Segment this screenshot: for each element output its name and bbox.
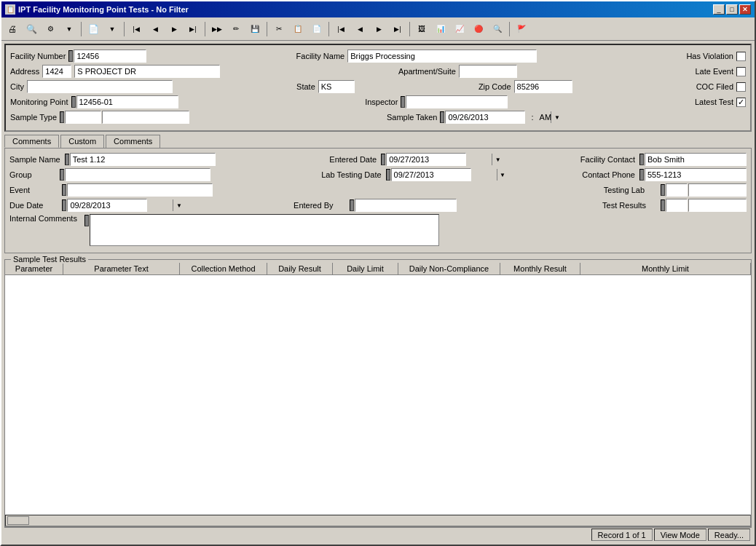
facility-number-input[interactable]	[74, 50, 146, 63]
entered-by-input[interactable]	[355, 199, 457, 212]
due-date-dropdown[interactable]: ▼	[67, 199, 147, 212]
tab-comments2[interactable]: Comments	[106, 135, 160, 148]
record-status: Record 1 of 1	[591, 529, 653, 541]
monitoring-point-marker	[71, 96, 76, 108]
late-event-checkbox[interactable]	[736, 67, 746, 76]
monitoring-point-label: Monitoring Point	[10, 98, 68, 106]
toolbar-chart[interactable]: 📊	[432, 21, 449, 37]
latest-test-checkbox[interactable]: ✓	[736, 98, 746, 107]
sample-name-field	[65, 153, 216, 166]
testing-lab-label: Testing Lab	[604, 186, 645, 194]
entered-date-dropdown[interactable]: ▼	[386, 153, 466, 166]
toolbar-find[interactable]: 🔍	[23, 21, 40, 37]
main-window: 📋 IPT Facility Monitoring Point Tests - …	[0, 0, 756, 546]
toolbar-flag[interactable]: 🚩	[513, 21, 530, 37]
toolbar-save[interactable]: 💾	[246, 21, 264, 37]
sample-name-input[interactable]	[70, 153, 216, 166]
toolbar-search[interactable]: ⚙	[42, 21, 59, 37]
lab-testing-date-arrow[interactable]: ▼	[497, 169, 508, 181]
toolbar-doc-down[interactable]: ▼	[103, 21, 121, 37]
test-results-input2[interactable]	[688, 199, 747, 212]
inspector-input[interactable]	[406, 95, 508, 108]
toolbar-alert[interactable]: 🔴	[470, 21, 487, 37]
internal-comments-textarea[interactable]	[90, 214, 439, 246]
testing-lab-input2[interactable]	[688, 183, 747, 197]
toolbar-next2[interactable]: ▶▶	[208, 21, 226, 37]
apt-suite-input[interactable]	[459, 65, 517, 78]
content-area: Facility Number Facility Name Has Violat…	[1, 41, 755, 545]
toolbar-prev[interactable]: ◀	[146, 21, 164, 37]
sample-type-input[interactable]	[65, 111, 101, 124]
address-street-input[interactable]	[74, 65, 220, 78]
toolbar-fwd2[interactable]: ▶|	[389, 21, 406, 37]
toolbar-copy[interactable]: 📋	[289, 21, 307, 37]
address-number-input[interactable]	[42, 65, 71, 78]
group-input[interactable]	[65, 168, 210, 181]
city-input[interactable]	[27, 80, 173, 93]
toolbar-zoom[interactable]: 🔍	[489, 21, 506, 37]
toolbar-filter-btn[interactable]: ▼	[60, 21, 78, 37]
time-colon: :	[528, 113, 536, 122]
form-row-4: Monitoring Point Inspector Latest Test ✓	[10, 95, 746, 108]
tab-custom[interactable]: Custom	[60, 135, 104, 148]
toolbar-back[interactable]: |◀	[332, 21, 350, 37]
tab-row-4: Due Date ▼ Entered By Test Results	[9, 199, 747, 212]
maximize-button[interactable]: □	[726, 4, 738, 15]
entered-date-input[interactable]	[387, 154, 492, 165]
tab-comments1[interactable]: Comments	[4, 135, 59, 148]
toolbar-cut[interactable]: ✂	[270, 21, 288, 37]
entered-date-arrow[interactable]: ▼	[492, 154, 503, 165]
toolbar-last[interactable]: ▶|	[184, 21, 202, 37]
tab-row-2: Group Lab Testing Date ▼ Contact Phone	[9, 168, 747, 181]
apt-suite-label: Apartment/Suite	[398, 67, 456, 76]
event-input[interactable]	[67, 183, 213, 197]
testing-lab-marker	[661, 184, 665, 196]
title-buttons: _ □ ✕	[713, 4, 751, 15]
test-results-marker	[661, 199, 665, 211]
col-daily-result: Daily Result	[267, 263, 333, 274]
has-violation-checkbox[interactable]	[736, 52, 746, 61]
facility-contact-input[interactable]	[645, 153, 747, 166]
zip-input[interactable]	[514, 80, 572, 93]
sample-type-desc-input[interactable]	[102, 111, 189, 124]
toolbar-next[interactable]: ▶	[165, 21, 183, 37]
minimize-button[interactable]: _	[713, 4, 725, 15]
late-event-label: Late Event	[695, 67, 733, 76]
toolbar-fwd[interactable]: ▶	[370, 21, 387, 37]
coc-filed-checkbox[interactable]	[736, 82, 746, 92]
toolbar-paste[interactable]: 📄	[308, 21, 326, 37]
col-daily-noncompliance: Daily Non-Compliance	[398, 263, 500, 274]
toolbar-graph[interactable]: 📈	[451, 21, 468, 37]
sample-taken-label: Sample Taken	[387, 113, 438, 122]
tab-content-panel: Sample Name Entered Date ▼ Facility Cont…	[4, 148, 752, 253]
toolbar-img[interactable]: 🖼	[413, 21, 430, 37]
sample-taken-arrow[interactable]: ▼	[551, 111, 562, 123]
test-results-input1[interactable]	[666, 199, 688, 212]
lab-testing-date-field: ▼	[386, 168, 471, 181]
lab-testing-date-input[interactable]	[392, 169, 497, 181]
toolbar-back2[interactable]: ◀	[351, 21, 369, 37]
toolbar-print[interactable]: 🖨	[4, 21, 21, 37]
due-date-arrow[interactable]: ▼	[173, 199, 184, 211]
contact-phone-input[interactable]	[645, 168, 747, 181]
testing-lab-input1[interactable]	[666, 183, 688, 197]
state-label: State	[296, 82, 315, 91]
facility-number-marker	[68, 50, 73, 62]
monitoring-point-input[interactable]	[76, 95, 178, 108]
toolbar-doc[interactable]: 📄	[84, 21, 102, 37]
due-date-input[interactable]	[68, 199, 173, 211]
scroll-thumb[interactable]	[7, 516, 29, 525]
state-input[interactable]	[318, 80, 355, 93]
facility-name-input[interactable]	[347, 50, 537, 63]
toolbar-edit[interactable]: ✏	[227, 21, 245, 37]
close-button[interactable]: ✕	[739, 4, 751, 15]
status-bar: Record 1 of 1 View Mode Ready...	[4, 527, 752, 542]
tab-row-3: Event Testing Lab	[9, 183, 747, 197]
sample-taken-dropdown[interactable]: ▼	[445, 111, 525, 124]
form-row-1: Facility Number Facility Name Has Violat…	[10, 50, 746, 63]
entered-date-label: Entered Date	[329, 155, 377, 164]
facility-contact-field	[639, 153, 747, 166]
horizontal-scrollbar[interactable]	[5, 515, 751, 526]
lab-testing-date-dropdown[interactable]: ▼	[391, 168, 471, 181]
toolbar-first[interactable]: |◀	[127, 21, 145, 37]
